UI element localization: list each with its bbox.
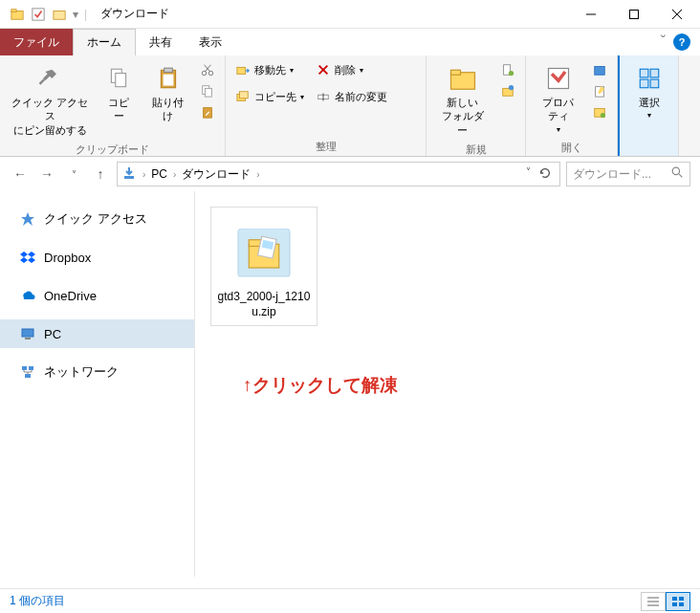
edit-button[interactable] <box>588 80 611 101</box>
nav-dropbox[interactable]: Dropbox <box>0 243 194 272</box>
home-tab[interactable]: ホーム <box>73 29 136 55</box>
content-pane[interactable]: gtd3_2000-j_1210u.zip ↑クリックして解凍 <box>195 191 700 577</box>
file-item[interactable]: gtd3_2000-j_1210u.zip <box>210 207 317 326</box>
svg-point-15 <box>208 71 212 75</box>
move-to-icon <box>235 62 251 77</box>
window-title: ダウンロード <box>100 6 169 22</box>
view-toggle <box>641 592 690 611</box>
breadcrumb-pc[interactable]: PC <box>151 167 167 181</box>
title-separator: | <box>84 8 87 21</box>
paste-label: 貼り付け <box>149 96 186 123</box>
paste-shortcut-button[interactable] <box>196 101 219 122</box>
paste-button[interactable]: 貼り付け <box>143 59 192 127</box>
nav-network[interactable]: ネットワーク <box>0 358 194 386</box>
history-button[interactable] <box>588 101 611 122</box>
move-to-button[interactable]: 移動先 ▾ <box>231 59 308 80</box>
copy-to-label: コピー先 <box>254 90 296 104</box>
svg-rect-41 <box>640 79 648 88</box>
open-group-label: 開く <box>532 139 611 155</box>
svg-line-8 <box>40 79 45 84</box>
maximize-button[interactable] <box>612 0 655 29</box>
address-bar-row: ← → ˅ ↑ › PC › ダウンロード › ˅ ダウンロード... <box>0 157 700 191</box>
pc-icon <box>19 325 36 342</box>
svg-rect-21 <box>237 67 246 74</box>
svg-rect-47 <box>25 338 31 339</box>
easy-access-button[interactable] <box>496 80 519 101</box>
chevron-down-icon: ▾ <box>360 66 363 75</box>
delete-button[interactable]: 削除 ▾ <box>312 59 391 80</box>
cut-button[interactable] <box>196 59 219 80</box>
search-box[interactable]: ダウンロード... <box>566 162 690 186</box>
rename-label: 名前の変更 <box>335 90 387 104</box>
chevron-right-icon[interactable]: › <box>256 169 259 180</box>
clipboard-group: クイック アクセス にピン留めする コピー 貼り付け <box>0 55 226 156</box>
delete-label: 削除 <box>335 63 356 77</box>
copy-path-button[interactable] <box>196 80 219 101</box>
chevron-right-icon[interactable]: › <box>142 169 145 180</box>
address-dropdown-icon[interactable]: ˅ <box>526 166 531 183</box>
refresh-icon[interactable] <box>538 166 552 183</box>
back-button[interactable]: ← <box>10 164 31 185</box>
new-group: 新しい フォルダー 新規 <box>427 55 526 156</box>
svg-rect-39 <box>640 69 648 77</box>
checkbox-icon[interactable] <box>31 7 46 22</box>
view-tab[interactable]: 表示 <box>186 29 235 55</box>
minimize-button[interactable] <box>569 0 612 29</box>
icons-view-button[interactable] <box>666 592 690 611</box>
svg-rect-64 <box>672 597 677 601</box>
open-button[interactable] <box>588 59 611 80</box>
pin-to-quick-access-button[interactable]: クイック アクセス にピン留めする <box>6 59 94 141</box>
file-tab[interactable]: ファイル <box>0 29 73 55</box>
open-icon <box>592 62 607 77</box>
item-count-label: 1 個の項目 <box>10 593 65 609</box>
svg-point-14 <box>202 71 206 75</box>
close-button[interactable] <box>655 0 698 29</box>
new-folder-label: 新しい フォルダー <box>438 96 487 137</box>
forward-button[interactable]: → <box>36 164 57 185</box>
chevron-right-icon[interactable]: › <box>173 169 176 180</box>
svg-line-45 <box>679 174 682 177</box>
nav-dropbox-label: Dropbox <box>44 251 91 265</box>
details-view-button[interactable] <box>641 592 666 611</box>
ribbon-collapse-icon[interactable]: ˇ <box>661 33 666 51</box>
address-bar-right: ˅ <box>526 166 556 183</box>
properties-icon <box>543 63 574 94</box>
nav-pc[interactable]: PC <box>0 319 194 348</box>
select-group-label <box>625 152 672 154</box>
nav-onedrive[interactable]: OneDrive <box>0 281 194 310</box>
rename-icon <box>316 89 331 104</box>
select-button[interactable]: 選択 ▾ <box>628 59 670 125</box>
svg-rect-3 <box>54 11 65 19</box>
new-item-button[interactable] <box>496 59 519 80</box>
share-tab[interactable]: 共有 <box>136 29 186 55</box>
ribbon-tabs: ファイル ホーム 共有 表示 ˇ ? <box>0 29 700 55</box>
nav-quick-access[interactable]: クイック アクセス <box>0 205 194 233</box>
new-folder-button[interactable]: 新しい フォルダー <box>432 59 492 141</box>
copy-to-button[interactable]: コピー先 ▾ <box>231 86 308 107</box>
properties-button[interactable]: プロパティ ▾ <box>532 59 584 139</box>
window-controls <box>569 0 698 29</box>
breadcrumb-downloads[interactable]: ダウンロード <box>182 166 251 183</box>
new-folder-icon <box>448 63 478 94</box>
ribbon-body: クイック アクセス にピン留めする コピー 貼り付け <box>0 55 700 157</box>
downloads-folder-icon <box>121 165 137 184</box>
quick-access-toolbar: ▾ | ダウンロード <box>2 6 169 22</box>
paste-icon <box>153 63 184 94</box>
help-icon[interactable]: ? <box>673 33 690 51</box>
svg-rect-23 <box>240 92 249 99</box>
dropbox-icon <box>19 249 36 266</box>
address-bar[interactable]: › PC › ダウンロード › ˅ <box>117 162 560 186</box>
svg-point-31 <box>509 71 514 76</box>
copy-button[interactable]: コピー <box>98 59 140 127</box>
recent-locations-button[interactable]: ˅ <box>63 164 84 185</box>
up-button[interactable]: ↑ <box>90 164 111 185</box>
navigation-pane: クイック アクセス Dropbox OneDrive PC <box>0 191 195 577</box>
open-group: プロパティ ▾ <box>526 55 618 156</box>
network-icon <box>19 363 36 381</box>
svg-point-38 <box>601 113 605 118</box>
clipboard-small-buttons <box>196 59 219 122</box>
cut-icon <box>200 62 215 77</box>
svg-rect-35 <box>595 67 605 76</box>
rename-button[interactable]: 名前の変更 <box>312 86 391 107</box>
file-name-label: gtd3_2000-j_1210u.zip <box>215 290 313 319</box>
